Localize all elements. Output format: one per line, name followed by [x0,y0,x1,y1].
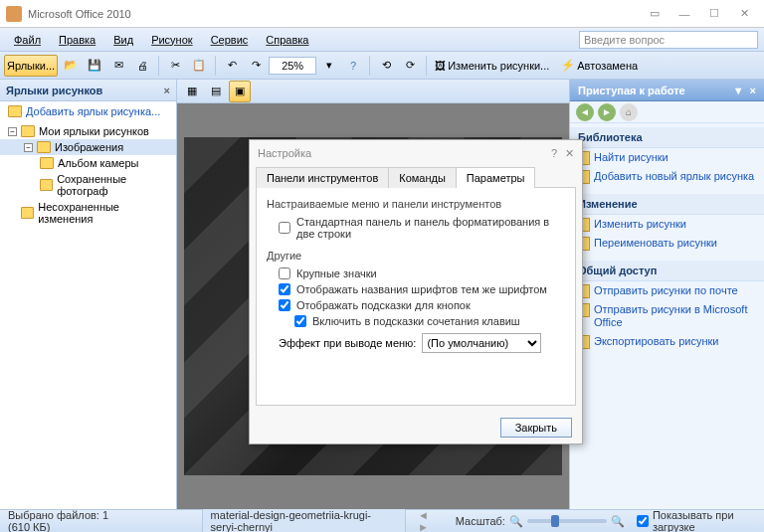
dialog-tabs: Панели инструментов Команды Параметры [250,166,582,187]
tab-options[interactable]: Параметры [456,167,536,188]
zoom-dropdown[interactable]: ▾ [318,55,340,77]
btn-open[interactable]: 📂 [60,55,82,77]
status-nav: ◄ ► [418,509,444,532]
btn-rotate-right[interactable]: ⟳ [399,55,421,77]
right-panel-close[interactable]: × [750,85,756,96]
view-thumbnails[interactable]: ▦ [181,81,203,102]
tree-root[interactable]: − Мои ярлыки рисунков [0,123,176,139]
menu-help[interactable]: Справка [258,32,316,48]
right-panel-nav: ◄ ► ⌂ [570,101,764,123]
center-toolbar: ▦ ▤ ▣ [177,80,569,103]
opt-large-icons[interactable]: Крупные значки [267,266,565,281]
tree-images[interactable]: − Изображения [0,139,176,155]
expander-icon[interactable]: − [24,143,33,152]
right-panel: Приступая к работе ▼ × ◄ ► ⌂ Библиотека … [569,80,764,509]
btn-mail[interactable]: ✉ [107,55,129,77]
right-panel-title: Приступая к работе [578,85,685,96]
thumbnail-icon[interactable]: ▭ [641,4,668,24]
group-other: Другие [267,250,565,262]
app-title: Microsoft Office 2010 [28,8,641,20]
tree-unsaved[interactable]: Несохраненные изменения [0,199,176,227]
link-add-shortcut[interactable]: Добавить новый ярлык рисунка [570,167,764,186]
dialog-close-icon[interactable]: ✕ [565,147,574,160]
tab-commands[interactable]: Команды [388,167,457,188]
link-send-mail[interactable]: Отправить рисунки по почте [570,281,764,300]
btn-print[interactable]: 🖨 [131,55,153,77]
dialog-titlebar: Настройка ? ✕ [250,140,582,166]
minimize-button[interactable]: — [670,4,698,24]
zoom-out-icon[interactable]: 🔍 [509,515,523,528]
show-on-load-checkbox[interactable]: Показывать при загрузке [637,509,756,532]
expander-icon[interactable]: − [8,127,17,136]
effect-label: Эффект при выводе меню: [279,337,416,349]
menu-picture[interactable]: Рисунок [143,32,201,48]
btn-rotate-left[interactable]: ⟲ [375,55,397,77]
view-single[interactable]: ▣ [229,81,251,102]
btn-undo[interactable]: ↶ [221,55,243,77]
btn-save[interactable]: 💾 [84,55,105,77]
zoom-combo[interactable]: 25% [269,57,316,75]
btn-redo[interactable]: ↷ [245,55,267,77]
section-library: Библиотека Найти рисунки Добавить новый … [570,123,764,190]
menu-edit[interactable]: Правка [51,32,103,48]
folder-add-icon [8,105,22,117]
question-input[interactable]: Введите вопрос [579,31,758,49]
status-selected: Выбрано файлов: 1 (610 КБ) [8,509,130,532]
btn-cut[interactable]: ✂ [164,55,186,77]
link-rename-pictures[interactable]: Переименовать рисунки [570,234,764,253]
menu-file[interactable]: Файл [6,32,49,48]
btn-autocorrect[interactable]: ⚡Автозамена [558,55,645,77]
menu-view[interactable]: Вид [105,32,141,48]
nav-fwd[interactable]: ► [598,103,616,121]
right-panel-dropdown[interactable]: ▼ [733,85,744,96]
zoom-in-icon[interactable]: 🔍 [611,515,625,528]
right-panel-header: Приступая к работе ▼ × [570,80,764,101]
shortcut-tree: − Мои ярлыки рисунков − Изображения Альб… [0,121,176,509]
opt-font-names[interactable]: Отображать названия шрифтов тем же шрифт… [267,281,565,297]
dialog-body: Настраиваемые меню и панели инструментов… [256,187,576,406]
folder-icon [21,125,35,137]
view-filmstrip[interactable]: ▤ [205,81,227,102]
app-icon [6,6,22,22]
effect-select[interactable]: (По умолчанию) [422,333,541,353]
close-button[interactable]: Закрыть [500,418,572,438]
show-on-load-input[interactable] [637,515,649,527]
section-header: Общий доступ [570,261,764,281]
link-find-pictures[interactable]: Найти рисунки [570,148,764,167]
zoom-slider[interactable] [527,519,607,523]
tree-camera[interactable]: Альбом камеры [0,155,176,171]
folder-icon [37,141,51,153]
maximize-button[interactable]: ☐ [700,4,728,24]
status-zoom: Масштаб: 🔍 🔍 [456,515,625,528]
window-controls: ▭ — ☐ ✕ [641,4,758,24]
btn-copy[interactable]: 📋 [188,55,210,77]
add-shortcut-link[interactable]: Добавить ярлык рисунка... [0,101,176,121]
left-panel-title: Ярлыки рисунков [6,85,102,96]
tree-saved[interactable]: Сохраненные фотограф [0,171,176,199]
btn-edit-pictures[interactable]: 🖼Изменить рисунки... [432,55,556,77]
section-header: Изменение [570,194,764,215]
opt-two-rows[interactable]: Стандартная панель и панель форматирован… [267,214,565,242]
tab-toolbars[interactable]: Панели инструментов [256,167,389,188]
opt-shortcuts[interactable]: Включить в подсказки сочетания клавиш [267,313,565,329]
left-panel-close[interactable]: × [164,85,170,96]
section-share: Общий доступ Отправить рисунки по почте … [570,257,764,355]
dialog-title: Настройка [258,147,311,159]
left-panel-header: Ярлыки рисунков × [0,80,176,101]
link-send-office[interactable]: Отправить рисунки в Microsoft Office [570,300,764,332]
tab-shortcuts[interactable]: Ярлыки... [4,55,58,77]
close-button[interactable]: ✕ [730,4,758,24]
opt-tooltips[interactable]: Отображать подсказки для кнопок [267,297,565,313]
btn-help[interactable]: ? [342,55,364,77]
link-edit-pictures[interactable]: Изменить рисунки [570,215,764,234]
dialog-help-icon[interactable]: ? [551,147,557,160]
link-export[interactable]: Экспортировать рисунки [570,332,764,351]
menu-effect-row: Эффект при выводе меню: (По умолчанию) [267,329,565,353]
customize-dialog: Настройка ? ✕ Панели инструментов Команд… [249,139,583,444]
menu-service[interactable]: Сервис [203,32,257,48]
status-filename: material-design-geometriia-krugi-seryi-c… [202,507,406,532]
nav-home[interactable]: ⌂ [620,103,638,121]
nav-back[interactable]: ◄ [576,103,594,121]
titlebar: Microsoft Office 2010 ▭ — ☐ ✕ [0,0,764,28]
menubar: Файл Правка Вид Рисунок Сервис Справка В… [0,28,764,52]
